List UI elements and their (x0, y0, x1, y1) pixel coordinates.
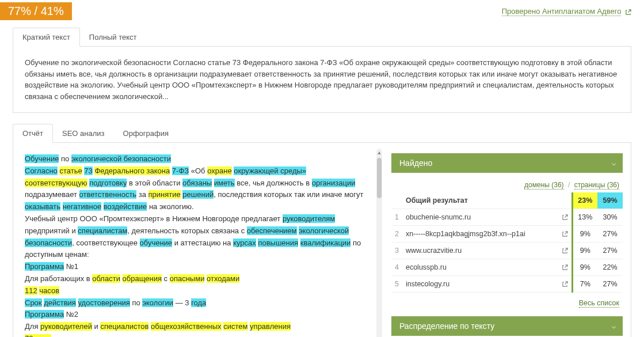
scrollbar-thumb[interactable] (377, 158, 382, 198)
row-index: 2 (391, 226, 402, 243)
external-link-icon[interactable] (558, 259, 573, 276)
row-percent-1: 9% (572, 259, 597, 276)
found-subheader: домены (36) / страницы (36) (391, 175, 623, 192)
uniqueness-badge: 77% / 41% (0, 2, 72, 20)
text-tabs: Краткий текстПолный текст (13, 27, 631, 47)
found-accordion-header[interactable]: Найдено ⌵ (391, 153, 623, 173)
row-domain: instecology.ru (402, 276, 558, 293)
row-percent-1: 13% (572, 209, 597, 226)
row-domain: ecolusspb.ru (402, 259, 558, 276)
row-percent-2: 27% (597, 243, 623, 259)
row-index: 5 (391, 276, 402, 293)
external-link-icon[interactable] (558, 226, 573, 243)
report-content-column: Обучение по экологической безопасностиСо… (13, 143, 383, 337)
overall-label: Общий результат (402, 192, 558, 209)
full-list-link[interactable]: Весь список (579, 299, 619, 308)
tab-seo-анализ[interactable]: SEO анализ (53, 124, 114, 142)
tab-орфография[interactable]: Орфография (114, 124, 178, 142)
external-link-icon[interactable] (558, 276, 573, 293)
external-link-icon[interactable] (558, 243, 573, 259)
pages-link[interactable]: страницы (36) (574, 181, 619, 190)
overall-percent-1: 23% (572, 192, 597, 209)
results-column: Найдено ⌵ домены (36) / страницы (36) Об… (383, 143, 631, 337)
result-row[interactable]: 1obuchenie-snumc.ru13%30% (391, 209, 623, 226)
result-row[interactable]: 3www.ucrazvitie.ru9%27% (391, 243, 623, 259)
result-row[interactable]: 2xn-----8kcp1aqkbagjmsg2b3f.xn--p1ai9%27… (391, 226, 623, 243)
scroll-up-icon[interactable]: ▲ (376, 149, 382, 157)
checked-by-link[interactable]: Проверено Антиплагиатом Адвего (502, 7, 622, 16)
row-percent-2: 30% (597, 209, 623, 226)
row-index: 3 (391, 243, 402, 259)
row-percent-1: 9% (572, 243, 597, 259)
row-domain: www.ucrazvitie.ru (402, 243, 558, 259)
chevron-down-icon: ⌵ (612, 322, 616, 330)
report-tabs: ОтчётSEO анализОрфография (13, 123, 631, 143)
tab-отчёт[interactable]: Отчёт (13, 124, 53, 143)
results-header-row: Общий результат 23% 59% (391, 192, 623, 209)
external-link-icon (625, 8, 631, 16)
row-percent-1: 7% (572, 276, 597, 293)
tab-краткий-текст[interactable]: Краткий текст (13, 28, 80, 47)
highlighted-text: Обучение по экологической безопасностиСо… (25, 153, 379, 337)
tab-полный-текст[interactable]: Полный текст (80, 28, 146, 46)
row-domain: obuchenie-snumc.ru (402, 209, 558, 226)
overall-percent-2: 59% (597, 192, 623, 209)
row-index: 4 (391, 259, 402, 276)
results-table: Общий результат 23% 59% 1obuchenie-snumc… (391, 192, 623, 293)
chevron-down-icon: ⌵ (612, 159, 616, 167)
row-percent-2: 27% (597, 226, 623, 243)
content-scrollbar[interactable]: ▲ ▼ (376, 149, 382, 337)
row-percent-1: 9% (572, 226, 597, 243)
row-percent-2: 27% (597, 276, 623, 293)
row-domain: xn-----8kcp1aqkbagjmsg2b3f.xn--p1ai (402, 226, 558, 243)
result-row[interactable]: 5instecology.ru7%27% (391, 276, 623, 293)
row-index: 1 (391, 209, 402, 226)
found-title: Найдено (399, 158, 432, 168)
external-link-icon[interactable] (558, 209, 573, 226)
accordion-header[interactable]: Распределение по тексту⌵ (391, 316, 623, 336)
row-percent-2: 22% (597, 259, 623, 276)
short-text-panel: Обучение по экологической безопасности С… (13, 47, 631, 113)
result-row[interactable]: 4ecolusspb.ru9%22% (391, 259, 623, 276)
domains-link[interactable]: домены (36) (524, 181, 564, 190)
